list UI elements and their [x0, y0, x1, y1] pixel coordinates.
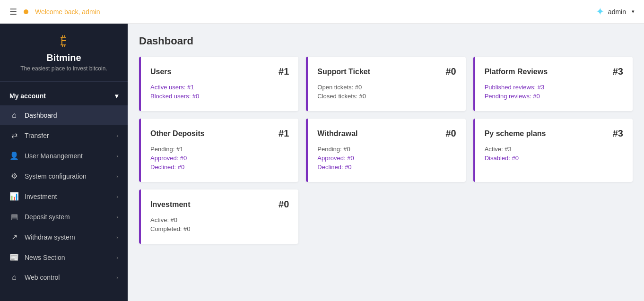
deposit-chevron-icon: › — [116, 214, 118, 220]
dashboard-cards-grid: Users #1 Active users: #1 Blocked users:… — [139, 57, 633, 244]
sidebar-item-deposit-system-label: Deposit system — [25, 213, 70, 221]
card-withdrawal: Withdrawal #0 Pending: #0 Approved: #0 D… — [306, 119, 465, 182]
brand-icon: ₿ — [9, 33, 118, 49]
card-users-active[interactable]: Active users: #1 — [150, 84, 289, 91]
card-withdrawal-title: Withdrawal — [317, 129, 357, 138]
card-support-closed: Closed tickets: #0 — [317, 93, 456, 100]
news-icon: 📰 — [9, 253, 19, 262]
card-withdrawal-approved[interactable]: Approved: #0 — [317, 155, 456, 162]
layout: ₿ Bitmine The easiest place to invest bi… — [0, 24, 644, 301]
welcome-text: Welcome back, admin — [35, 8, 100, 16]
sidebar-item-transfer[interactable]: ⇄ Transfer › — [0, 125, 128, 146]
sidebar-item-web-control-label: Web control — [25, 274, 60, 281]
withdraw-icon: ↗ — [9, 232, 19, 241]
investment-chevron-icon: › — [116, 194, 118, 199]
card-withdrawal-declined[interactable]: Declined: #0 — [317, 163, 456, 171]
users-icon: 👤 — [9, 151, 19, 160]
investment-icon: 📊 — [9, 192, 19, 201]
card-platform-reviews-title: Platform Reviews — [485, 68, 548, 76]
topbar: ☰ Welcome back, admin ✦ admin ▾ — [0, 0, 644, 24]
card-investment-title: Investment — [150, 200, 190, 209]
card-investment: Investment #0 Active: #0 Completed: #0 — [139, 189, 298, 244]
sidebar-item-withdraw-system[interactable]: ↗ Withdraw system › — [0, 227, 128, 247]
user-management-chevron-icon: › — [116, 153, 118, 159]
sidebar-item-dashboard-label: Dashboard — [25, 112, 57, 119]
web-control-chevron-icon: › — [116, 275, 118, 280]
sidebar-item-transfer-label: Transfer — [25, 132, 49, 139]
card-other-deposits: Other Deposits #1 Pending: #1 Approved: … — [139, 119, 298, 182]
card-py-scheme-plans-count: #3 — [613, 128, 623, 139]
card-plans-disabled[interactable]: Disabled: #0 — [485, 155, 623, 162]
sidebar-brand: ₿ Bitmine The easiest place to invest bi… — [0, 24, 128, 82]
topbar-left: ☰ Welcome back, admin — [9, 7, 100, 17]
sidebar-item-withdraw-system-label: Withdraw system — [25, 233, 75, 241]
card-py-scheme-plans: Py scheme plans #3 Active: #3 Disabled: … — [473, 119, 633, 182]
system-config-icon: ⚙ — [9, 172, 19, 181]
card-investment-completed: Completed: #0 — [150, 225, 289, 232]
card-deposits-approved[interactable]: Approved: #0 — [150, 155, 289, 162]
card-withdrawal-count: #0 — [445, 128, 456, 139]
card-py-scheme-plans-title: Py scheme plans — [485, 129, 546, 138]
transfer-icon: ⇄ — [9, 131, 19, 140]
sidebar-item-user-management-label: User Manangement — [25, 152, 83, 160]
web-control-icon: ⌂ — [9, 273, 19, 282]
sidebar-item-system-configuration[interactable]: ⚙ System configuration › — [0, 166, 128, 186]
brand-tagline: The easiest place to invest bitcoin. — [9, 65, 118, 72]
sidebar: ₿ Bitmine The easiest place to invest bi… — [0, 24, 128, 301]
hamburger-icon[interactable]: ☰ — [9, 7, 17, 17]
sidebar-item-news-section[interactable]: 📰 News Section › — [0, 247, 128, 267]
card-reviews-published[interactable]: Published reviews: #3 — [485, 84, 623, 91]
transfer-chevron-icon: › — [116, 133, 118, 138]
card-withdrawal-pending: Pending: #0 — [317, 146, 456, 153]
sidebar-section-account: My account ▾ ⌂ Dashboard ⇄ Transfer › — [0, 82, 128, 292]
card-platform-reviews: Platform Reviews #3 Published reviews: #… — [473, 57, 633, 111]
my-account-group[interactable]: My account ▾ — [0, 86, 128, 105]
page-title: Dashboard — [139, 35, 633, 47]
card-reviews-pending[interactable]: Pending reviews: #0 — [485, 93, 623, 100]
home-icon: ⌂ — [9, 111, 19, 120]
card-deposits-declined[interactable]: Declined: #0 — [150, 163, 289, 171]
brand-name: Bitmine — [9, 52, 118, 63]
react-icon: ✦ — [596, 6, 604, 18]
my-account-label: My account — [9, 92, 46, 100]
topbar-right: ✦ admin ▾ — [596, 6, 635, 18]
sidebar-item-deposit-system[interactable]: ▤ Deposit system › — [0, 206, 128, 227]
withdraw-chevron-icon: › — [116, 234, 118, 240]
news-chevron-icon: › — [116, 255, 118, 260]
card-plans-active: Active: #3 — [485, 146, 623, 153]
card-users-count: #1 — [278, 66, 289, 77]
card-users-title: Users — [150, 68, 171, 76]
sidebar-item-dashboard[interactable]: ⌂ Dashboard — [0, 105, 128, 125]
card-other-deposits-title: Other Deposits — [150, 129, 205, 138]
main-content: Dashboard Users #1 Active users: #1 Bloc… — [128, 24, 644, 301]
card-users: Users #1 Active users: #1 Blocked users:… — [139, 57, 298, 111]
card-other-deposits-count: #1 — [278, 128, 289, 139]
card-deposits-pending: Pending: #1 — [150, 146, 289, 153]
card-investment-count: #0 — [278, 199, 289, 210]
sidebar-item-system-configuration-label: System configuration — [25, 172, 87, 180]
sidebar-item-web-control[interactable]: ⌂ Web control › — [0, 267, 128, 287]
card-investment-active: Active: #0 — [150, 216, 289, 224]
sidebar-item-investment-label: Investment — [25, 193, 57, 200]
card-platform-reviews-count: #3 — [613, 66, 623, 77]
status-dot — [24, 9, 28, 14]
system-config-chevron-icon: › — [116, 173, 118, 179]
card-support-ticket: Support Ticket #0 Open tickets: #0 Close… — [306, 57, 465, 111]
card-users-blocked[interactable]: Blocked users: #0 — [150, 93, 289, 100]
sidebar-item-investment[interactable]: 📊 Investment › — [0, 186, 128, 206]
deposit-icon: ▤ — [9, 212, 19, 221]
admin-chevron-icon[interactable]: ▾ — [632, 9, 635, 15]
card-support-ticket-title: Support Ticket — [317, 68, 370, 76]
my-account-chevron-icon: ▾ — [115, 92, 118, 100]
admin-label[interactable]: admin — [608, 8, 626, 16]
card-support-ticket-count: #0 — [445, 66, 456, 77]
sidebar-item-user-management[interactable]: 👤 User Manangement › — [0, 146, 128, 166]
card-support-open: Open tickets: #0 — [317, 84, 456, 91]
sidebar-item-news-section-label: News Section — [25, 254, 65, 261]
